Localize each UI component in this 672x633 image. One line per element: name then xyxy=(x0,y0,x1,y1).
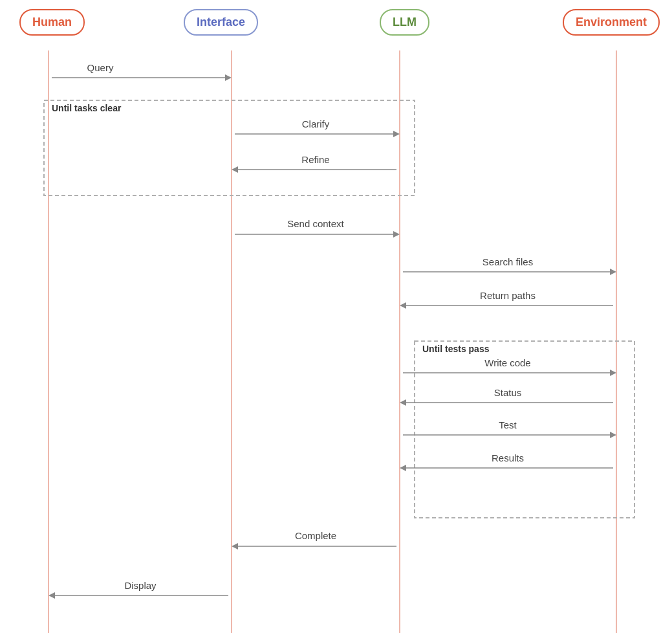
svg-marker-23 xyxy=(610,432,616,438)
actor-llm: LLM xyxy=(380,9,429,36)
msg-label-complete: Complete xyxy=(295,530,336,541)
actor-environment: Environment xyxy=(563,9,660,36)
svg-marker-21 xyxy=(400,399,406,406)
msg-label-send-context: Send context xyxy=(287,218,344,229)
svg-marker-7 xyxy=(225,74,232,81)
msg-label-query: Query xyxy=(87,62,114,73)
actor-environment-label: Environment xyxy=(576,16,647,28)
svg-marker-25 xyxy=(400,465,406,471)
actor-interface: Interface xyxy=(184,9,258,36)
msg-label-display: Display xyxy=(124,580,157,591)
msg-label-clarify: Clarify xyxy=(302,118,330,129)
loop-label-tasks-clear: Until tasks clear xyxy=(52,103,122,113)
svg-marker-15 xyxy=(610,269,616,275)
msg-label-test: Test xyxy=(499,419,517,430)
msg-label-search-files: Search files xyxy=(482,256,533,267)
msg-label-refine: Refine xyxy=(301,154,329,165)
loop-label-tests-pass: Until tests pass xyxy=(422,344,490,354)
svg-marker-27 xyxy=(232,543,238,550)
msg-label-status: Status xyxy=(494,387,522,398)
svg-marker-13 xyxy=(393,231,400,238)
actor-human: Human xyxy=(19,9,85,36)
msg-label-results: Results xyxy=(492,452,524,463)
actor-llm-label: LLM xyxy=(393,16,417,28)
svg-rect-4 xyxy=(44,100,415,195)
svg-marker-29 xyxy=(49,592,55,599)
msg-label-return-paths: Return paths xyxy=(480,290,536,301)
actor-human-label: Human xyxy=(32,16,72,28)
actor-interface-label: Interface xyxy=(197,16,245,28)
svg-marker-19 xyxy=(610,370,616,376)
diagram-svg: Until tasks clear Until tests pass Query… xyxy=(0,0,672,633)
svg-rect-5 xyxy=(415,341,634,518)
msg-label-write-code: Write code xyxy=(484,357,530,368)
svg-marker-9 xyxy=(393,131,400,137)
svg-marker-11 xyxy=(232,166,238,173)
svg-marker-17 xyxy=(400,302,406,309)
sequence-diagram: Human Interface LLM Environment Until ta… xyxy=(0,0,672,633)
